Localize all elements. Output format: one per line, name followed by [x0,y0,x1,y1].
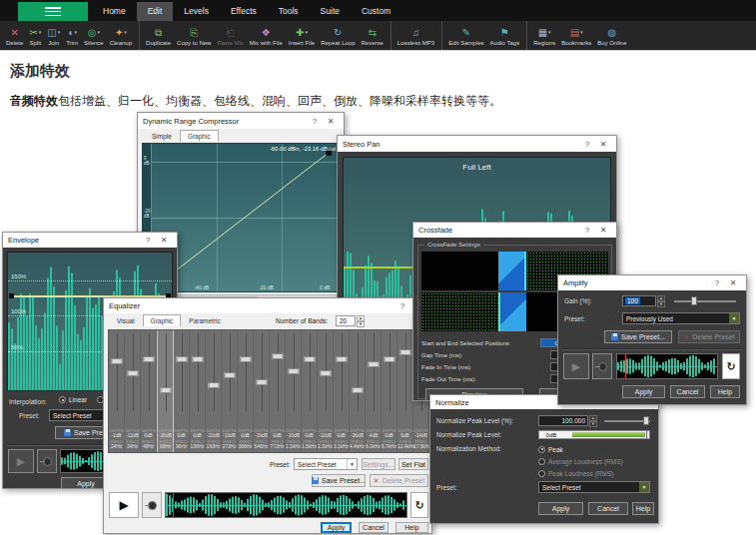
ribbon-button[interactable]: ✦ ▾ Cleanup [107,21,140,50]
equalizer-band[interactable]: DEPTH 0dB FREQ 1.5kHz [302,330,318,452]
close-icon[interactable]: ✕ [595,226,611,235]
ribbon-button[interactable]: ⇆ ▾ Reverse [359,21,391,50]
ribbon-tab[interactable]: Home [92,2,137,21]
help-icon[interactable]: ? [579,226,595,235]
settings-button[interactable]: Settings... [362,458,395,470]
equalizer-band[interactable]: DEPTH 0dB FREQ 8.7kHz [381,330,397,452]
equalizer-tab[interactable]: Graphic [143,314,182,326]
ribbon-button[interactable]: ⧉ ▾ Duplicate [143,21,174,50]
ribbon-button[interactable]: ↻ ▾ Repeat Loop [318,21,358,50]
slider-handle[interactable] [143,356,154,362]
ribbon-button[interactable]: ◖ ▾ Trim [63,21,81,50]
equalizer-band[interactable]: DEPTH 6dB FREQ 12.4kHz [397,330,413,452]
help-button[interactable]: Help [632,502,654,515]
equalizer-band[interactable]: DEPTH 0dB FREQ 3.1kHz [334,330,350,452]
ribbon-tab[interactable]: Levels [173,2,220,21]
slider-handle[interactable] [240,356,251,362]
close-icon[interactable]: ✕ [156,236,172,245]
equalizer-band[interactable]: DEPTH -26dB FREQ 4.4kHz [350,330,366,452]
equalizer-band[interactable]: DEPTH -10dB FREQ 1.1kHz [286,330,302,452]
set-flat-button[interactable]: Set Flat [398,458,428,470]
drc-tab[interactable]: Simple [144,130,180,142]
ribbon-tab[interactable]: Effects [220,2,268,21]
radio-icon[interactable] [59,396,66,403]
close-icon[interactable]: ✕ [595,140,611,149]
ribbon-button[interactable]: ◎ ▾ Silence [81,21,107,50]
monitor-button[interactable] [592,353,612,379]
cancel-button[interactable]: Cancel [670,385,705,398]
loop-button[interactable]: ↻ [410,492,428,518]
play-button[interactable]: ▶ [8,449,34,473]
slider-handle[interactable] [320,370,331,376]
slider-handle[interactable] [111,358,122,364]
gain-input[interactable]: 100 [622,295,656,306]
drc-tab[interactable]: Graphic [180,130,219,142]
slider-handle[interactable] [224,372,235,378]
peak-level-bar[interactable]: 0dB [538,430,650,439]
method-option[interactable]: Peak [538,443,623,455]
monitor-button[interactable] [37,449,57,473]
bands-spinner[interactable]: ▲▼ [357,315,365,326]
equalizer-band[interactable]: DEPTH 0dB FREQ 96Hz [174,330,190,452]
gain-slider[interactable] [674,295,736,306]
slider-thumb[interactable] [691,296,697,305]
ribbon-button[interactable]: ◫ ▾ Join [44,21,63,50]
stereo-pan-title-bar[interactable]: Stereo Pan ? ✕ [338,136,616,152]
ribbon-button[interactable]: ✎ ▾ Edit Samples [445,21,486,50]
slider-handle[interactable] [127,370,138,376]
peak-percent-slider[interactable] [604,415,650,426]
preset-select[interactable]: Select Preset▼ [538,481,650,493]
equalizer-band[interactable]: DEPTH -12dB FREQ 34Hz [125,330,141,452]
radio-icon[interactable] [538,470,545,477]
slider-handle[interactable] [160,387,171,393]
slider-handle[interactable] [288,368,299,374]
help-icon[interactable]: ? [307,117,323,126]
envelope-title-bar[interactable]: Envelope ? ✕ [3,233,177,248]
spin-down-icon[interactable]: ▼ [657,301,665,307]
equalizer-title-bar[interactable]: Equalizer ? ✕ [104,298,431,313]
ribbon-button[interactable]: ⎘ ▾ Copy to New [174,21,214,50]
ribbon-button[interactable]: ❖ ▾ Mix with File [247,21,286,50]
ribbon-tab[interactable]: Edit [137,2,174,21]
method-option[interactable]: Peak Loudness (RMS) [538,467,623,479]
slider-thumb[interactable] [643,416,649,425]
cancel-button[interactable]: Cancel [588,502,628,515]
ribbon-tab[interactable]: Suite [310,2,351,21]
apply-button[interactable]: Apply [622,385,665,398]
bands-count-input[interactable]: 20 [336,315,356,326]
peak-percent-input[interactable]: 100.000 [538,415,588,426]
equalizer-band[interactable]: DEPTH 0dB FREQ 136Hz [190,330,206,452]
equalizer-tab[interactable]: Parametric [181,314,228,326]
delete-preset-button[interactable]: ✕Delete Preset [370,474,428,487]
slider-handle[interactable] [336,356,347,362]
drc-title-bar[interactable]: Dynamic Range Compressor ? ✕ [138,113,344,129]
equalizer-band[interactable]: DEPTH -4dB FREQ 6.2kHz [366,330,381,452]
equalizer-band[interactable]: DEPTH -22dB FREQ 193Hz [206,330,222,452]
slider-handle[interactable] [192,356,203,362]
level-marker[interactable] [646,431,649,438]
equalizer-band[interactable]: DEPTH -26dB FREQ 68Hz [157,330,174,452]
save-preset-button[interactable]: Save Preset... [312,474,366,487]
app-menu-button[interactable] [18,2,88,21]
slider-handle[interactable] [272,353,283,359]
slider-handle[interactable] [352,387,363,393]
method-option[interactable]: Average Loudness (RMS) [538,455,623,467]
help-icon[interactable]: ? [394,301,410,310]
interpolation-option[interactable]: Linear [59,396,87,403]
equalizer-band[interactable]: DEPTH 0dB FREQ 772Hz [270,330,286,452]
amplify-title-bar[interactable]: Amplify ? ✕ [558,275,746,290]
ribbon-tab[interactable]: Custom [351,2,401,21]
play-button[interactable]: ▶ [109,492,139,518]
delete-preset-button[interactable]: ✕Delete Preset [678,330,740,343]
equalizer-band[interactable]: DEPTH 0dB FREQ 386Hz [238,330,254,452]
ribbon-button[interactable]: ◍ ▾ Buy Online [594,21,629,50]
monitor-button[interactable] [142,492,162,518]
ribbon-button[interactable]: ✂ ▾ Split [26,21,44,50]
slider-handle[interactable] [399,349,410,355]
slider-handle[interactable] [304,356,315,362]
ribbon-button[interactable]: ⚑ ▾ Audio Tags [487,21,528,50]
slider-handle[interactable] [256,379,267,385]
spin-down-icon[interactable]: ▼ [589,421,597,427]
crossfade-title-bar[interactable]: Crossfade ? ✕ [413,223,616,238]
peak-percent-spinner[interactable]: ▲▼ [589,415,597,426]
